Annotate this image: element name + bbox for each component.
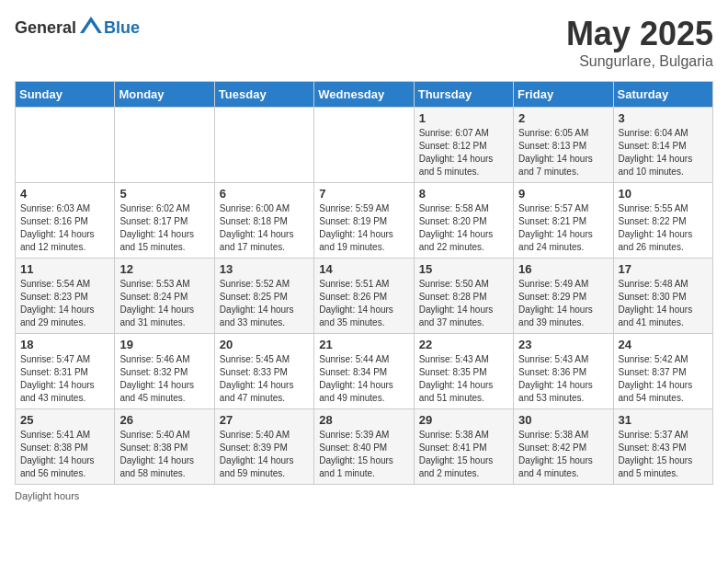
calendar-cell: 11Sunrise: 5:54 AM Sunset: 8:23 PM Dayli… [16, 259, 115, 334]
day-number: 15 [419, 262, 508, 276]
calendar-cell: 22Sunrise: 5:43 AM Sunset: 8:35 PM Dayli… [414, 334, 513, 409]
calendar-week-row: 18Sunrise: 5:47 AM Sunset: 8:31 PM Dayli… [16, 334, 713, 409]
calendar-week-row: 11Sunrise: 5:54 AM Sunset: 8:23 PM Dayli… [16, 259, 713, 334]
calendar-cell: 10Sunrise: 5:55 AM Sunset: 8:22 PM Dayli… [613, 183, 712, 259]
day-info: Sunrise: 5:41 AM Sunset: 8:38 PM Dayligh… [20, 429, 109, 480]
calendar-week-row: 1Sunrise: 6:07 AM Sunset: 8:12 PM Daylig… [16, 108, 713, 183]
day-number: 17 [619, 262, 708, 276]
day-info: Sunrise: 6:05 AM Sunset: 8:13 PM Dayligh… [518, 127, 608, 178]
day-number: 26 [119, 413, 209, 427]
calendar-cell: 6Sunrise: 6:00 AM Sunset: 8:18 PM Daylig… [214, 183, 313, 259]
day-info: Sunrise: 5:39 AM Sunset: 8:40 PM Dayligh… [319, 429, 408, 480]
logo-general-text: General [15, 18, 76, 38]
calendar-cell: 9Sunrise: 5:57 AM Sunset: 8:21 PM Daylig… [514, 183, 613, 259]
calendar-cell: 24Sunrise: 5:42 AM Sunset: 8:37 PM Dayli… [613, 334, 712, 409]
calendar-cell: 7Sunrise: 5:59 AM Sunset: 8:19 PM Daylig… [314, 183, 414, 259]
day-info: Sunrise: 5:43 AM Sunset: 8:35 PM Dayligh… [419, 353, 508, 405]
logo-blue-text: Blue [104, 18, 140, 38]
calendar-cell: 29Sunrise: 5:38 AM Sunset: 8:41 PM Dayli… [414, 409, 513, 485]
footer-note: Daylight hours [15, 490, 713, 501]
day-info: Sunrise: 5:59 AM Sunset: 8:19 PM Dayligh… [319, 202, 408, 254]
day-number: 28 [319, 413, 408, 427]
day-number: 18 [20, 338, 109, 351]
calendar-cell: 23Sunrise: 5:43 AM Sunset: 8:36 PM Dayli… [514, 334, 613, 409]
day-info: Sunrise: 5:38 AM Sunset: 8:42 PM Dayligh… [518, 429, 608, 480]
day-number: 1 [419, 111, 508, 125]
day-info: Sunrise: 5:37 AM Sunset: 8:43 PM Dayligh… [619, 429, 708, 480]
calendar-cell: 15Sunrise: 5:50 AM Sunset: 8:28 PM Dayli… [414, 259, 513, 334]
day-info: Sunrise: 5:50 AM Sunset: 8:28 PM Dayligh… [419, 278, 508, 329]
day-info: Sunrise: 5:46 AM Sunset: 8:32 PM Dayligh… [119, 353, 209, 405]
day-number: 31 [619, 413, 708, 427]
calendar-cell: 21Sunrise: 5:44 AM Sunset: 8:34 PM Dayli… [314, 334, 414, 409]
day-number: 9 [518, 187, 608, 201]
calendar-cell: 30Sunrise: 5:38 AM Sunset: 8:42 PM Dayli… [514, 409, 613, 485]
day-number: 2 [518, 111, 608, 125]
calendar-cell: 5Sunrise: 6:02 AM Sunset: 8:17 PM Daylig… [115, 183, 214, 259]
day-info: Sunrise: 5:42 AM Sunset: 8:37 PM Dayligh… [619, 353, 708, 405]
calendar-cell: 20Sunrise: 5:45 AM Sunset: 8:33 PM Dayli… [214, 334, 313, 409]
day-info: Sunrise: 5:54 AM Sunset: 8:23 PM Dayligh… [20, 278, 109, 329]
calendar-cell: 28Sunrise: 5:39 AM Sunset: 8:40 PM Dayli… [314, 409, 414, 485]
col-header-sunday: Sunday [16, 82, 115, 108]
location-title: Sungurlare, Bulgaria [566, 53, 713, 70]
calendar-cell: 3Sunrise: 6:04 AM Sunset: 8:14 PM Daylig… [613, 108, 712, 183]
calendar-week-row: 4Sunrise: 6:03 AM Sunset: 8:16 PM Daylig… [16, 183, 713, 259]
page-header: General Blue May 2025 Sungurlare, Bulgar… [15, 15, 713, 70]
title-block: May 2025 Sungurlare, Bulgaria [566, 15, 713, 70]
calendar-cell [115, 108, 214, 183]
calendar-table: SundayMondayTuesdayWednesdayThursdayFrid… [15, 81, 713, 485]
calendar-cell [214, 108, 313, 183]
day-info: Sunrise: 5:40 AM Sunset: 8:39 PM Dayligh… [220, 429, 309, 480]
day-info: Sunrise: 5:43 AM Sunset: 8:36 PM Dayligh… [518, 353, 608, 405]
day-info: Sunrise: 6:03 AM Sunset: 8:16 PM Dayligh… [20, 202, 109, 254]
day-info: Sunrise: 5:38 AM Sunset: 8:41 PM Dayligh… [419, 429, 508, 480]
day-info: Sunrise: 5:55 AM Sunset: 8:22 PM Dayligh… [619, 202, 708, 254]
calendar-cell: 27Sunrise: 5:40 AM Sunset: 8:39 PM Dayli… [214, 409, 313, 485]
day-number: 13 [220, 262, 309, 276]
calendar-cell [314, 108, 414, 183]
day-number: 27 [220, 413, 309, 427]
day-number: 5 [119, 187, 209, 201]
calendar-cell: 1Sunrise: 6:07 AM Sunset: 8:12 PM Daylig… [414, 108, 513, 183]
day-info: Sunrise: 6:04 AM Sunset: 8:14 PM Dayligh… [619, 127, 708, 178]
day-number: 22 [419, 338, 508, 351]
calendar-cell: 8Sunrise: 5:58 AM Sunset: 8:20 PM Daylig… [414, 183, 513, 259]
day-info: Sunrise: 5:52 AM Sunset: 8:25 PM Dayligh… [220, 278, 309, 329]
logo-icon [78, 15, 104, 40]
calendar-header-row: SundayMondayTuesdayWednesdayThursdayFrid… [16, 82, 713, 108]
calendar-cell: 17Sunrise: 5:48 AM Sunset: 8:30 PM Dayli… [613, 259, 712, 334]
day-number: 20 [220, 338, 309, 351]
day-number: 7 [319, 187, 408, 201]
day-number: 29 [419, 413, 508, 427]
col-header-thursday: Thursday [414, 82, 513, 108]
logo: General Blue [15, 15, 140, 40]
day-number: 12 [119, 262, 209, 276]
calendar-cell: 4Sunrise: 6:03 AM Sunset: 8:16 PM Daylig… [16, 183, 115, 259]
day-number: 4 [20, 187, 109, 201]
calendar-week-row: 25Sunrise: 5:41 AM Sunset: 8:38 PM Dayli… [16, 409, 713, 485]
day-info: Sunrise: 5:47 AM Sunset: 8:31 PM Dayligh… [20, 353, 109, 405]
calendar-cell: 12Sunrise: 5:53 AM Sunset: 8:24 PM Dayli… [115, 259, 214, 334]
calendar-cell: 18Sunrise: 5:47 AM Sunset: 8:31 PM Dayli… [16, 334, 115, 409]
col-header-tuesday: Tuesday [214, 82, 313, 108]
col-header-saturday: Saturday [613, 82, 712, 108]
day-number: 10 [619, 187, 708, 201]
calendar-cell: 25Sunrise: 5:41 AM Sunset: 8:38 PM Dayli… [16, 409, 115, 485]
day-info: Sunrise: 5:44 AM Sunset: 8:34 PM Dayligh… [319, 353, 408, 405]
day-number: 11 [20, 262, 109, 276]
month-title: May 2025 [566, 15, 713, 53]
calendar-cell: 14Sunrise: 5:51 AM Sunset: 8:26 PM Dayli… [314, 259, 414, 334]
calendar-cell: 19Sunrise: 5:46 AM Sunset: 8:32 PM Dayli… [115, 334, 214, 409]
calendar-cell: 2Sunrise: 6:05 AM Sunset: 8:13 PM Daylig… [514, 108, 613, 183]
day-number: 8 [419, 187, 508, 201]
day-number: 21 [319, 338, 408, 351]
day-info: Sunrise: 5:45 AM Sunset: 8:33 PM Dayligh… [220, 353, 309, 405]
calendar-cell [16, 108, 115, 183]
day-info: Sunrise: 5:53 AM Sunset: 8:24 PM Dayligh… [119, 278, 209, 329]
day-number: 25 [20, 413, 109, 427]
day-number: 6 [220, 187, 309, 201]
day-info: Sunrise: 5:51 AM Sunset: 8:26 PM Dayligh… [319, 278, 408, 329]
col-header-monday: Monday [115, 82, 214, 108]
day-number: 19 [119, 338, 209, 351]
